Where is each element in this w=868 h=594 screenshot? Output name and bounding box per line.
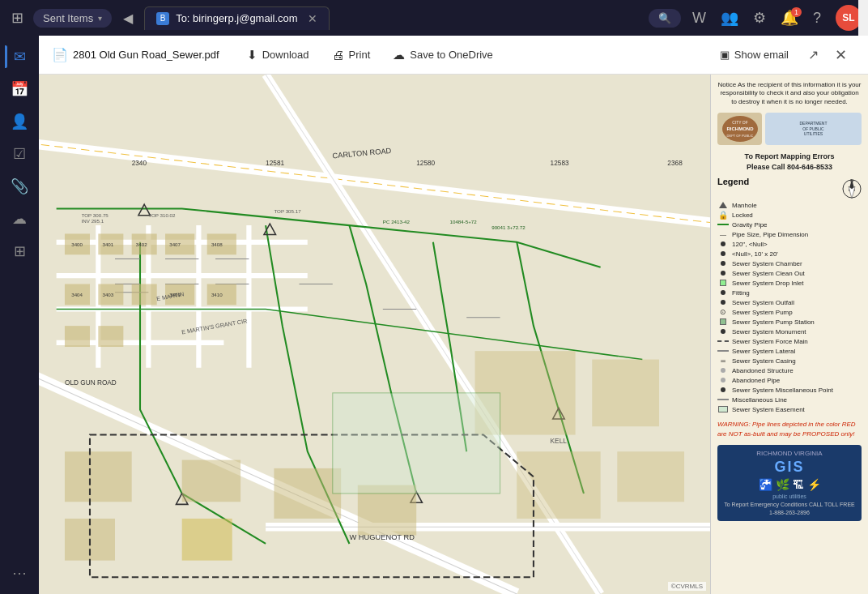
svg-rect-45 [592, 360, 659, 427]
settings-icon[interactable]: ⚙ [747, 6, 772, 30]
help-icon[interactable]: ? [806, 6, 828, 30]
svg-rect-51 [182, 519, 232, 561]
svg-text:3402: 3402 [136, 241, 147, 247]
svg-rect-46 [517, 451, 600, 519]
sidebar-item-more[interactable]: ⋯ [5, 558, 34, 588]
envelope-icon: ▣ [720, 49, 730, 61]
legend-item-120: 120", <Null> [717, 240, 862, 248]
legend-item-misc-line: Miscellaneous Line [717, 395, 862, 404]
legend-item-pump-station: Sewer System Pump Station [717, 318, 862, 326]
svg-text:3410: 3410 [211, 292, 223, 297]
sidebar-item-tasks[interactable]: ☑ [5, 139, 34, 169]
toolbar-icons: W 👥 ⚙ 🔔 1 ? [686, 6, 828, 30]
chevron-down-icon: ▾ [98, 14, 102, 23]
search-bar[interactable]: 🔍 [649, 9, 681, 28]
legend-item-force-main: Sewer System Force Main [717, 337, 862, 345]
legend-item-outfall: Sewer System Outfall [717, 298, 862, 306]
cloud-icon: ☁ [393, 48, 405, 62]
sent-items-tab[interactable]: Sent Items ▾ [33, 9, 112, 28]
svg-text:TOP 305.17: TOP 305.17 [274, 208, 301, 214]
svg-text:3401: 3401 [102, 241, 113, 247]
legend-panel: Notice As the recipient of this informat… [710, 75, 868, 594]
legend-item-gravity-pipe: Gravity Pipe [717, 220, 862, 229]
gis-title: RICHMOND VIRGINIA [722, 450, 857, 457]
legend-title: Legend [717, 177, 749, 186]
sent-items-label: Sent Items [43, 12, 93, 24]
gis-logo-text: GIS [722, 459, 857, 476]
download-label: Download [262, 49, 309, 61]
gis-public-utilities: public utilities [722, 494, 857, 499]
svg-rect-37 [132, 284, 157, 305]
print-button[interactable]: 🖨 Print [321, 43, 382, 66]
legend-item-fitting: Fitting [717, 288, 862, 297]
pdf-overlay: 📄 2801 Old Gun Road_Sewer.pdf ⬇ Download… [39, 36, 868, 594]
pdf-file-icon: 📄 [52, 47, 68, 62]
back-button[interactable]: ◀ [117, 7, 139, 29]
svg-text:PC 2413-42: PC 2413-42 [383, 219, 411, 224]
download-button[interactable]: ⬇ Download [236, 43, 321, 67]
legend-notice: Notice As the recipient of this informat… [717, 81, 862, 106]
svg-text:DEPT OF PUBLIC: DEPT OF PUBLIC [726, 134, 753, 138]
sidebar-item-mail[interactable]: ✉ [5, 42, 34, 71]
svg-rect-50 [182, 460, 240, 502]
legend-warning: WARNING: Pipe lines depicted in the colo… [717, 420, 862, 438]
svg-text:90041 3+72.72: 90041 3+72.72 [491, 224, 525, 230]
sidebar-item-contacts[interactable]: 👤 [5, 107, 34, 136]
svg-text:TOP 310.02: TOP 310.02 [148, 212, 176, 218]
close-button[interactable]: ✕ [827, 41, 855, 69]
pdf-name-label: 2801 Old Gun Road_Sewer.pdf [73, 49, 219, 61]
legend-item-pipe-size: — Pipe Size, Pipe Dimension [717, 230, 862, 238]
svg-text:INV 295.1: INV 295.1 [82, 218, 104, 224]
legend-item-cleanout: Sewer System Clean Out [717, 269, 862, 277]
legend-item-manhole: Manhole [717, 201, 862, 209]
svg-rect-47 [617, 451, 684, 502]
people-icon[interactable]: 👥 [714, 6, 745, 30]
svg-text:OLD GUN ROAD: OLD GUN ROAD [65, 379, 117, 387]
svg-text:RICHMOND: RICHMOND [726, 126, 754, 131]
legend-logos: CITY OF RICHMOND DEPT OF PUBLIC DEPARTME… [717, 113, 862, 145]
legend-item-monument: Sewer System Monument [717, 327, 862, 335]
main-layout: ✉ 📅 👤 ☑ 📎 ☁ ⊞ ⋯ 📄 2801 Old Gun Road_Sewe… [0, 36, 868, 594]
svg-text:3400: 3400 [71, 241, 83, 247]
gis-contact: To Report Emergency Conditions CALL TOLL… [722, 501, 857, 517]
svg-text:2368: 2368 [667, 160, 683, 167]
legend-item-null-10x20: <Null>, 10' x 20' [717, 250, 862, 258]
popout-button[interactable]: ↗ [800, 42, 827, 67]
north-arrow-icon: N [842, 177, 862, 201]
svg-rect-73 [333, 393, 500, 494]
notifications-icon[interactable]: 🔔 1 [774, 6, 805, 30]
svg-text:3409: 3409 [169, 292, 181, 297]
show-email-button[interactable]: ▣ Show email [708, 44, 800, 66]
svg-text:10484-5+72: 10484-5+72 [450, 219, 478, 224]
sidebar-item-calendar[interactable]: 📅 [5, 75, 34, 104]
legend-item-abandoned-structure: Abandoned Structure [717, 366, 862, 374]
waffle-icon[interactable]: ⊞ [6, 6, 28, 30]
svg-rect-52 [274, 468, 341, 519]
sidebar-item-onedrive[interactable]: ☁ [5, 204, 34, 233]
notification-badge: 1 [791, 7, 802, 17]
pdf-content[interactable]: CARLTON ROAD OLD GUN ROAD W HUGUENOT RD … [39, 75, 868, 594]
download-icon: ⬇ [247, 48, 257, 62]
legend-item-lateral: Sewer System Lateral [717, 347, 862, 355]
svg-text:KELL: KELL [551, 438, 568, 445]
gis-icons: 🚰🌿🏗⚡ [722, 478, 857, 491]
legend-item-chamber: Sewer System Chamber [717, 259, 862, 267]
sidebar-item-apps[interactable]: ⊞ [5, 237, 34, 266]
svg-text:12580: 12580 [416, 160, 435, 167]
map-svg: CARLTON ROAD OLD GUN ROAD W HUGUENOT RD … [39, 75, 710, 594]
copyright-label: ©CVRMLS [668, 582, 706, 591]
legend-item-locked: 🔒 Locked [717, 211, 862, 219]
sidebar: ✉ 📅 👤 ☑ 📎 ☁ ⊞ ⋯ [0, 36, 39, 594]
sidebar-item-attachments[interactable]: 📎 [5, 172, 34, 201]
map-container: CARLTON ROAD OLD GUN ROAD W HUGUENOT RD … [39, 75, 868, 594]
tab-close-icon[interactable]: ✕ [308, 12, 317, 25]
svg-text:2340: 2340 [132, 160, 147, 167]
email-tab[interactable]: B To: biringerp.j@gmail.com ✕ [144, 6, 329, 30]
legend-item-drop-inlet: Sewer System Drop Inlet [717, 279, 862, 287]
legend-item-casing: ═ Sewer System Casing [717, 357, 862, 365]
save-onedrive-button[interactable]: ☁ Save to OneDrive [381, 43, 504, 67]
content-area: 📄 2801 Old Gun Road_Sewer.pdf ⬇ Download… [39, 36, 868, 594]
word-icon[interactable]: W [686, 6, 713, 30]
top-bar: ⊞ Sent Items ▾ ◀ B To: biringerp.j@gmail… [0, 0, 868, 36]
richmond-logo: CITY OF RICHMOND DEPT OF PUBLIC [717, 113, 762, 145]
